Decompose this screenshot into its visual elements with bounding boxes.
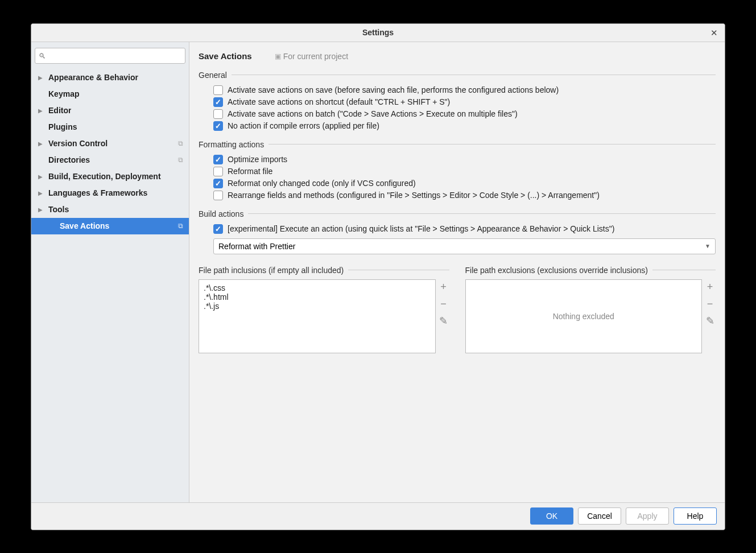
edit-icon[interactable]: ✎ xyxy=(438,316,449,327)
chevron-right-icon: ▶ xyxy=(38,190,45,196)
select-value: Reformat with Prettier xyxy=(218,242,295,251)
general-row-0: Activate save actions on save (before sa… xyxy=(199,84,716,96)
sidebar-item-label: Save Actions xyxy=(60,221,109,230)
sidebar-item-label: Tools xyxy=(48,205,69,214)
project-scope-icon: ⧉ xyxy=(178,156,183,164)
sidebar-item-directories[interactable]: ▶Directories⧉ xyxy=(31,152,189,168)
group-title-formatting: Formatting actions xyxy=(199,140,716,149)
add-icon[interactable]: + xyxy=(438,282,449,293)
search-icon: 🔍︎ xyxy=(39,52,47,60)
general-label-2: Activate save actions on batch ("Code > … xyxy=(228,109,518,118)
quick-list-select[interactable]: Reformat with Prettier ▼ xyxy=(213,238,716,254)
remove-icon[interactable]: − xyxy=(704,299,716,310)
formatting-checkbox-0[interactable] xyxy=(213,155,223,164)
build-select-row: Reformat with Prettier ▼ xyxy=(199,235,716,258)
remove-icon[interactable]: − xyxy=(438,299,449,310)
close-icon[interactable]: ✕ xyxy=(709,28,719,38)
exclusions-title: File path exclusions (exclusions overrid… xyxy=(465,266,716,275)
general-row-3: No action if compile errors (applied per… xyxy=(199,120,716,132)
formatting-row-1: Reformat file xyxy=(199,166,716,178)
main-panel: Save Actions ▣ For current project Gener… xyxy=(189,42,725,502)
formatting-label-0: Optimize imports xyxy=(228,155,287,164)
sidebar-item-label: Appearance & Behavior xyxy=(48,73,138,82)
general-row-2: Activate save actions on batch ("Code > … xyxy=(199,108,716,120)
page-title: Save Actions xyxy=(199,51,252,61)
sidebar-item-plugins[interactable]: ▶Plugins xyxy=(31,119,189,135)
sidebar-item-appearance-behavior[interactable]: ▶Appearance & Behavior xyxy=(31,69,189,86)
window-title: Settings xyxy=(362,28,394,37)
edit-icon[interactable]: ✎ xyxy=(704,316,716,327)
project-scope-icon: ⧉ xyxy=(178,222,183,230)
paths-row: File path inclusions (if empty all inclu… xyxy=(199,266,716,353)
sidebar-item-languages-frameworks[interactable]: ▶Languages & Frameworks xyxy=(31,185,189,201)
general-checkbox-2[interactable] xyxy=(213,109,223,119)
group-title-build: Build actions xyxy=(199,209,716,218)
exclusions-empty: Nothing excluded xyxy=(553,312,614,321)
general-checkbox-0[interactable] xyxy=(213,85,223,95)
formatting-label-3: Rearrange fields and methods (configured… xyxy=(228,191,600,200)
titlebar: Settings ✕ xyxy=(31,24,725,42)
sidebar-item-keymap[interactable]: ▶Keymap xyxy=(31,86,189,102)
exclusions-buttons: + − ✎ xyxy=(704,279,716,353)
formatting-checkbox-2[interactable] xyxy=(213,179,223,188)
chevron-right-icon: ▶ xyxy=(38,75,45,81)
exclusions-list[interactable]: Nothing excluded xyxy=(465,279,703,353)
sidebar-item-version-control[interactable]: ▶Version Control⧉ xyxy=(31,135,189,152)
sidebar-item-label: Languages & Frameworks xyxy=(48,188,147,197)
apply-button[interactable]: Apply xyxy=(626,507,669,525)
formatting-label-1: Reformat file xyxy=(228,167,272,176)
search-wrap: 🔍︎ xyxy=(31,46,189,67)
chevron-right-icon: ▶ xyxy=(38,207,45,213)
sidebar-item-label: Directories xyxy=(48,155,90,164)
build-action-row: [experimental] Execute an action (using … xyxy=(199,223,716,235)
formatting-label-2: Reformat only changed code (only if VCS … xyxy=(228,179,416,188)
chevron-down-icon: ▼ xyxy=(705,243,710,249)
chevron-right-icon: ▶ xyxy=(38,141,45,147)
help-button[interactable]: Help xyxy=(674,507,717,525)
sidebar-item-editor[interactable]: ▶Editor xyxy=(31,102,189,119)
formatting-row-2: Reformat only changed code (only if VCS … xyxy=(199,178,716,189)
inclusions-title: File path inclusions (if empty all inclu… xyxy=(199,266,449,275)
build-action-checkbox[interactable] xyxy=(213,224,223,234)
formatting-checkbox-3[interactable] xyxy=(213,191,223,200)
sidebar-item-label: Version Control xyxy=(48,139,108,148)
sidebar-item-label: Plugins xyxy=(48,122,77,131)
settings-window: Settings ✕ 🔍︎ ▶Appearance & Behavior▶Key… xyxy=(31,23,725,530)
general-label-0: Activate save actions on save (before sa… xyxy=(228,85,559,94)
group-general: General Activate save actions on save (b… xyxy=(199,71,716,132)
group-title-general: General xyxy=(199,71,716,80)
sidebar-item-tools[interactable]: ▶Tools xyxy=(31,201,189,218)
inclusions-list[interactable]: .*\.css.*\.html.*\.js xyxy=(199,279,436,353)
inclusions-buttons: + − ✎ xyxy=(438,279,449,353)
chevron-right-icon: ▶ xyxy=(38,174,45,180)
scope-text: For current project xyxy=(283,52,348,61)
general-label-3: No action if compile errors (applied per… xyxy=(228,121,379,130)
general-label-1: Activate save actions on shortcut (defau… xyxy=(228,97,450,106)
inclusion-item[interactable]: .*\.html xyxy=(204,292,431,302)
content: 🔍︎ ▶Appearance & Behavior▶Keymap▶Editor▶… xyxy=(31,42,725,502)
formatting-checkbox-1[interactable] xyxy=(213,167,223,176)
inclusions-body: .*\.css.*\.html.*\.js + − ✎ xyxy=(199,279,449,353)
formatting-row-3: Rearrange fields and methods (configured… xyxy=(199,189,716,201)
sidebar-item-build-execution-deployment[interactable]: ▶Build, Execution, Deployment xyxy=(31,168,189,185)
sidebar-item-label: Keymap xyxy=(48,89,79,98)
sidebar-item-save-actions[interactable]: ▶Save Actions⧉ xyxy=(31,218,189,234)
ok-button[interactable]: OK xyxy=(530,507,573,525)
general-checkbox-1[interactable] xyxy=(213,97,223,107)
inclusions-group: File path inclusions (if empty all inclu… xyxy=(199,266,449,353)
project-icon: ▣ xyxy=(275,52,281,60)
footer: OK Cancel Apply Help xyxy=(31,502,725,530)
cancel-button[interactable]: Cancel xyxy=(578,507,621,525)
sidebar: 🔍︎ ▶Appearance & Behavior▶Keymap▶Editor▶… xyxy=(31,42,189,502)
general-checkbox-3[interactable] xyxy=(213,121,223,131)
group-build: Build actions [experimental] Execute an … xyxy=(199,209,716,258)
exclusions-group: File path exclusions (exclusions overrid… xyxy=(465,266,716,353)
sidebar-item-label: Editor xyxy=(48,106,71,115)
search-input[interactable] xyxy=(35,48,185,64)
group-formatting: Formatting actions Optimize importsRefor… xyxy=(199,140,716,201)
general-row-1: Activate save actions on shortcut (defau… xyxy=(199,96,716,108)
add-icon[interactable]: + xyxy=(704,282,716,293)
inclusion-item[interactable]: .*\.js xyxy=(204,302,431,311)
formatting-row-0: Optimize imports xyxy=(199,154,716,166)
inclusion-item[interactable]: .*\.css xyxy=(204,283,431,292)
